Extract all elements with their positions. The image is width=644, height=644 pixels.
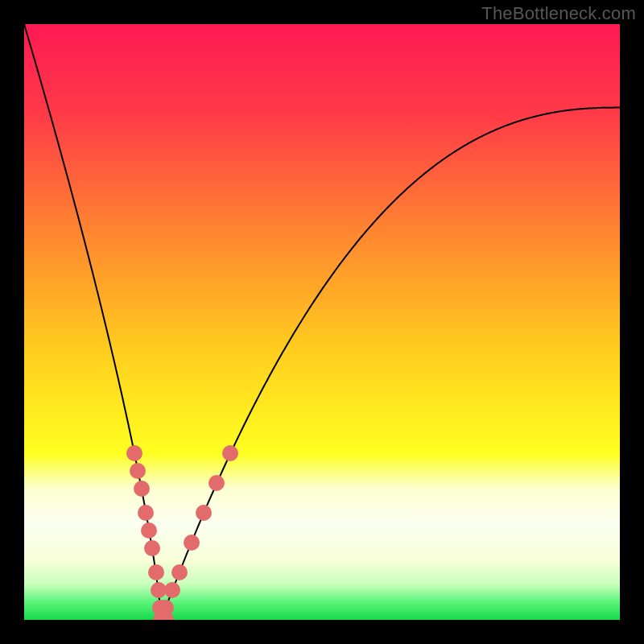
watermark-text: TheBottleneck.com [481, 3, 636, 24]
curve-layer [24, 24, 620, 620]
bottleneck-curve [24, 24, 620, 620]
chart-frame: TheBottleneck.com [0, 0, 644, 644]
plot-area [24, 24, 620, 620]
